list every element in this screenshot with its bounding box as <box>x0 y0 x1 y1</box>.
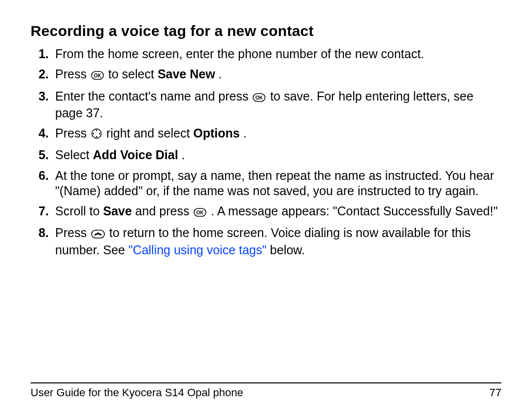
step-text: below. <box>270 243 305 257</box>
step-text: . <box>243 126 247 140</box>
step-text: From the home screen, enter the phone nu… <box>55 47 424 61</box>
svg-text:OK: OK <box>197 210 204 215</box>
svg-point-6 <box>96 136 97 137</box>
step-item: At the tone or prompt, say a name, then … <box>52 168 501 199</box>
svg-point-7 <box>93 133 94 135</box>
dpad-icon <box>91 127 102 142</box>
step-text: Press <box>55 67 90 81</box>
svg-point-12 <box>98 232 99 233</box>
page-title: Recording a voice tag for a new contact <box>31 23 501 39</box>
footer-title: User Guide for the Kyocera S14 Opal phon… <box>31 386 243 399</box>
step-item: Press to return to the home screen. Voic… <box>52 225 501 258</box>
step-text: Scroll to <box>55 204 103 218</box>
svg-text:OK: OK <box>94 73 101 78</box>
svg-point-5 <box>96 130 97 131</box>
document-page: Recording a voice tag for a new contact … <box>0 0 532 411</box>
ok-key-icon: OK <box>194 205 206 220</box>
cross-reference-link[interactable]: "Calling using voice tags" <box>129 243 266 257</box>
step-item: Scroll to Save and press OK . A message … <box>52 204 501 220</box>
step-text: . <box>182 148 185 162</box>
step-text: and press <box>135 204 193 218</box>
footer-divider <box>31 382 501 383</box>
footer-page-number: 77 <box>490 386 501 399</box>
ok-key-icon: OK <box>91 68 104 83</box>
svg-text:OK: OK <box>256 95 264 101</box>
step-text: Select <box>55 148 93 162</box>
step-text: Press <box>55 126 90 140</box>
ok-key-icon: OK <box>253 90 266 105</box>
step-text: right and select <box>106 126 194 140</box>
step-bold: Save New <box>158 67 215 81</box>
step-item: Press right and select Options . <box>52 126 501 142</box>
step-item: Enter the contact's name and press OK to… <box>52 89 501 121</box>
step-item: From the home screen, enter the phone nu… <box>52 46 501 62</box>
step-bold: Add Voice Dial <box>93 148 178 162</box>
step-text: At the tone or prompt, say a name, then … <box>55 169 494 198</box>
step-item: Select Add Voice Dial . <box>52 147 501 163</box>
end-call-key-icon <box>91 227 105 242</box>
step-text: . <box>219 67 222 81</box>
instruction-list: From the home screen, enter the phone nu… <box>31 46 501 258</box>
step-bold: Options <box>193 126 239 140</box>
step-text: Enter the contact's name and press <box>55 89 252 103</box>
step-text: . A message appears: "Contact Successful… <box>211 204 498 218</box>
page-footer: User Guide for the Kyocera S14 Opal phon… <box>31 382 501 399</box>
svg-point-8 <box>99 133 100 135</box>
step-text: Press <box>55 226 90 240</box>
step-bold: Save <box>103 204 132 218</box>
step-item: Press OK to select Save New . <box>52 67 501 83</box>
step-text: to select <box>108 67 158 81</box>
